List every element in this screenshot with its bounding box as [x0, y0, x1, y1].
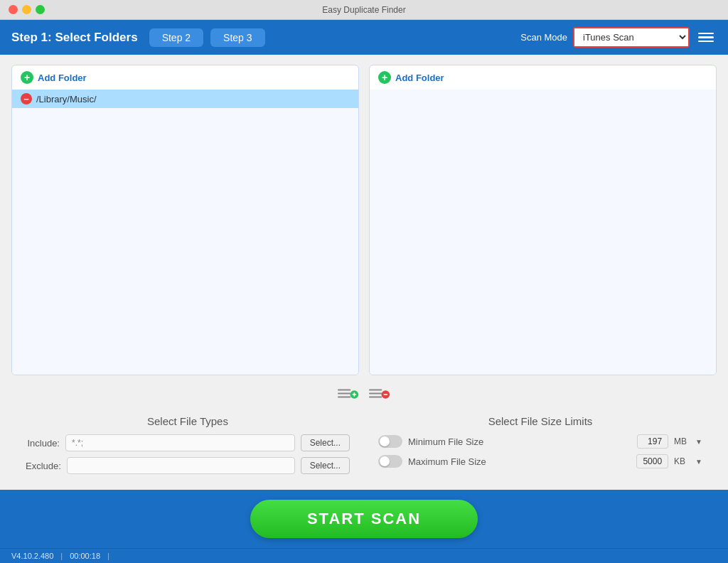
max-size-value: 5000 — [636, 454, 668, 468]
svg-rect-2 — [338, 397, 350, 398]
right-add-folder-icon: + — [378, 71, 391, 84]
include-label: Include: — [26, 438, 60, 449]
start-scan-area: START SCAN — [0, 490, 728, 548]
max-size-toggle[interactable] — [378, 455, 402, 468]
titlebar: Easy Duplicate Finder — [0, 0, 728, 20]
right-add-folder-button[interactable]: + Add Folder — [370, 65, 716, 90]
svg-rect-5 — [354, 392, 355, 397]
folder-path: /Library/Music/ — [36, 94, 97, 104]
scan-mode-wrapper: iTunes Scan Standard Scan Music Scan Pho… — [573, 27, 690, 48]
min-size-unit: MB — [674, 436, 690, 446]
hamburger-line2 — [698, 36, 714, 38]
min-size-toggle[interactable] — [378, 435, 402, 448]
file-types-panel: Select File Types Include: Select... Exc… — [11, 415, 364, 480]
max-size-arrow-icon[interactable]: ▼ — [695, 458, 702, 466]
folder-panels: + Add Folder − /Library/Music/ + Add Fol… — [11, 65, 717, 375]
file-types-title: Select File Types — [147, 415, 228, 427]
app-title: Easy Duplicate Finder — [322, 5, 405, 15]
exclude-input[interactable] — [67, 457, 295, 474]
left-add-folder-label: Add Folder — [38, 73, 87, 83]
exclude-select-button[interactable]: Select... — [301, 457, 350, 474]
left-add-folder-icon: + — [21, 71, 33, 84]
min-size-row: Minimum File Size 197 MB ▼ — [378, 434, 702, 449]
include-row: Include: Select... — [26, 434, 350, 451]
hamburger-line1 — [698, 33, 714, 35]
max-size-unit: KB — [674, 456, 690, 466]
footer-separator2: | — [107, 552, 109, 560]
max-size-row: Maximum File Size 5000 KB ▼ — [378, 454, 702, 468]
menu-button[interactable] — [695, 30, 717, 45]
step3-button[interactable]: Step 3 — [210, 28, 264, 47]
min-size-value: 197 — [637, 434, 668, 449]
footer: V4.10.2.480 | 00:00:18 | — [0, 548, 728, 563]
exclude-row: Exclude: Select... — [26, 457, 350, 474]
step2-button[interactable]: Step 2 — [149, 28, 203, 47]
left-add-folder-button[interactable]: + Add Folder — [12, 65, 358, 90]
max-size-label: Maximum File Size — [408, 456, 631, 467]
left-folder-panel: + Add Folder − /Library/Music/ — [11, 65, 359, 375]
exclude-label: Exclude: — [26, 461, 61, 471]
file-sizes-panel: Select File Size Limits Minimum File Siz… — [364, 415, 717, 480]
header-left: Step 1: Select Folders Step 2 Step 3 — [11, 28, 265, 47]
footer-separator: | — [60, 552, 63, 560]
svg-rect-10 — [383, 394, 387, 395]
bottom-section: Select File Types Include: Select... Exc… — [11, 411, 717, 483]
min-size-label: Minimum File Size — [408, 436, 631, 447]
main-content: + Add Folder − /Library/Music/ + Add Fol… — [0, 55, 728, 490]
right-folder-panel: + Add Folder — [369, 65, 717, 375]
start-scan-button[interactable]: START SCAN — [250, 500, 478, 538]
include-select-button[interactable]: Select... — [301, 434, 350, 451]
folder-item[interactable]: − /Library/Music/ — [12, 90, 358, 108]
file-sizes-title: Select File Size Limits — [488, 415, 593, 427]
right-add-folder-label: Add Folder — [395, 73, 444, 83]
list-remove-button[interactable] — [369, 387, 390, 402]
svg-rect-7 — [369, 393, 382, 395]
list-remove-icon — [369, 387, 390, 402]
time-text: 00:00:18 — [70, 552, 100, 560]
include-input[interactable] — [65, 434, 295, 451]
close-button[interactable] — [9, 5, 18, 14]
header: Step 1: Select Folders Step 2 Step 3 Sca… — [0, 20, 728, 55]
svg-rect-0 — [338, 390, 350, 391]
min-size-arrow-icon[interactable]: ▼ — [695, 438, 702, 446]
svg-rect-8 — [369, 397, 382, 398]
step1-label: Step 1: Select Folders — [11, 31, 138, 45]
minimize-button[interactable] — [22, 5, 31, 14]
left-panel-body — [12, 108, 358, 375]
svg-rect-6 — [369, 390, 382, 391]
maximize-button[interactable] — [36, 5, 45, 14]
svg-rect-1 — [338, 393, 350, 395]
list-controls — [11, 382, 717, 404]
list-add-button[interactable] — [338, 387, 359, 402]
version-text: V4.10.2.480 — [11, 552, 53, 560]
header-right: Scan Mode iTunes Scan Standard Scan Musi… — [520, 27, 717, 48]
scan-mode-label: Scan Mode — [520, 32, 567, 43]
scan-mode-select[interactable]: iTunes Scan Standard Scan Music Scan Pho… — [574, 28, 688, 46]
list-add-icon — [338, 387, 359, 402]
app-window: Step 1: Select Folders Step 2 Step 3 Sca… — [0, 20, 728, 563]
remove-folder-icon[interactable]: − — [21, 93, 32, 104]
hamburger-line3 — [698, 41, 714, 43]
right-panel-body — [370, 90, 716, 375]
window-controls — [9, 5, 45, 14]
